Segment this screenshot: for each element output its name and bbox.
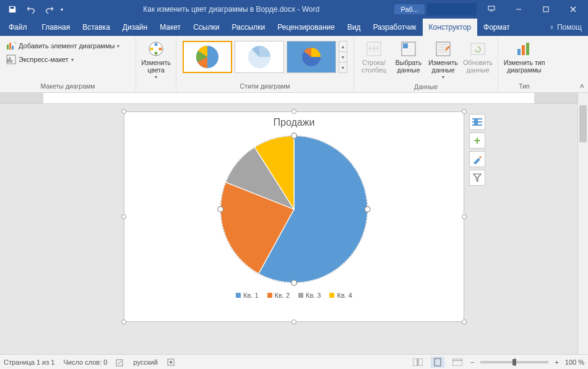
svg-rect-4 <box>9 43 11 50</box>
row-col-label: Строка/ столбец <box>361 59 386 74</box>
legend-swatch <box>236 293 241 298</box>
svg-point-14 <box>155 52 158 55</box>
svg-rect-9 <box>9 57 11 63</box>
chart-legend[interactable]: Кв. 1Кв. 2Кв. 3Кв. 4 <box>124 287 464 299</box>
select-data-button[interactable]: Выбрать данные <box>392 38 425 75</box>
document-title: Как изменить цвет диаграммы в Ворде.docx… <box>68 5 394 14</box>
ribbon-tabs: Файл Главная Вставка Дизайн Макет Ссылки… <box>0 19 588 36</box>
close-button[interactable] <box>561 2 586 17</box>
style-thumb-2[interactable] <box>235 41 284 73</box>
switch-row-column-button[interactable]: Строка/ столбец <box>358 38 390 75</box>
express-label: Экспресс-макет <box>19 56 69 63</box>
legend-item[interactable]: Кв. 3 <box>298 292 321 299</box>
tab-view[interactable]: Вид <box>341 19 367 36</box>
save-button[interactable] <box>5 2 20 17</box>
redo-button[interactable] <box>42 2 57 17</box>
account-name[interactable] <box>427 3 477 15</box>
tab-home[interactable]: Главная <box>36 19 77 36</box>
tab-references[interactable]: Ссылки <box>187 19 225 36</box>
svg-point-31 <box>218 207 223 212</box>
chart-elements-button[interactable]: + <box>469 132 485 149</box>
chart-object[interactable]: Продажи Кв. 1Кв. 2Кв. 3Кв. 4 <box>124 111 464 322</box>
legend-label: Кв. 2 <box>275 292 290 299</box>
ribbon-options-button[interactable] <box>479 2 504 17</box>
horizontal-ruler[interactable] <box>0 93 577 104</box>
tab-design[interactable]: Дизайн <box>116 19 153 36</box>
change-colors-button[interactable]: Изменить цвета ▾ <box>140 38 172 82</box>
svg-rect-5 <box>12 46 14 50</box>
style-thumb-3[interactable] <box>287 41 336 73</box>
qat-more-icon[interactable]: ▾ <box>61 7 63 12</box>
svg-rect-32 <box>472 118 482 119</box>
legend-item[interactable]: Кв. 4 <box>329 292 352 299</box>
layout-options-button[interactable] <box>469 114 485 130</box>
tab-format[interactable]: Формат <box>477 19 516 36</box>
style-thumb-1[interactable] <box>183 41 232 73</box>
chart-styles-button[interactable] <box>469 151 485 167</box>
refresh-icon <box>469 40 487 58</box>
pie-chart[interactable] <box>124 128 464 287</box>
svg-rect-41 <box>435 358 441 366</box>
select-data-label: Выбрать данные <box>396 59 422 74</box>
zoom-slider-thumb[interactable] <box>512 359 516 365</box>
group-label-type: Тип <box>502 81 547 91</box>
group-data: Строка/ столбец Выбрать данные Изменить … <box>354 36 498 92</box>
chart-type-icon <box>515 40 534 58</box>
svg-rect-21 <box>403 43 408 48</box>
legend-item[interactable]: Кв. 2 <box>267 292 290 299</box>
minimize-button[interactable] <box>506 2 531 17</box>
scrollbar-thumb[interactable] <box>579 105 587 142</box>
tab-file[interactable]: Файл <box>2 19 36 36</box>
resize-handle[interactable] <box>462 319 467 324</box>
tab-review[interactable]: Рецензирование <box>271 19 341 36</box>
group-label-data: Данные <box>358 82 494 92</box>
zoom-level[interactable]: 100 % <box>565 358 584 366</box>
tab-mailings[interactable]: Рассылки <box>225 19 271 36</box>
change-chart-type-button[interactable]: Изменить тип диаграммы <box>502 38 547 75</box>
svg-rect-35 <box>474 119 478 124</box>
legend-item[interactable]: Кв. 1 <box>236 292 258 299</box>
resize-handle[interactable] <box>462 214 467 219</box>
language-indicator[interactable]: русский <box>133 358 157 366</box>
read-mode-button[interactable] <box>411 357 425 368</box>
chevron-down-icon: ▾ <box>442 75 444 80</box>
print-layout-button[interactable] <box>431 357 444 368</box>
resize-handle[interactable] <box>292 109 296 114</box>
tab-insert[interactable]: Вставка <box>76 19 116 36</box>
chart-title[interactable]: Продажи <box>124 112 464 128</box>
chart-filters-button[interactable] <box>469 170 485 186</box>
resize-handle[interactable] <box>121 214 126 219</box>
zoom-slider[interactable] <box>480 361 548 363</box>
tab-layout[interactable]: Макет <box>153 19 187 36</box>
page-indicator[interactable]: Страница 1 из 1 <box>4 358 54 366</box>
web-layout-button[interactable] <box>451 357 464 368</box>
edit-data-button[interactable]: Изменить данные ▾ <box>427 38 459 82</box>
word-count[interactable]: Число слов: 0 <box>63 358 107 366</box>
zoom-in-button[interactable]: + <box>555 358 558 366</box>
chart-float-tools: + <box>469 114 485 186</box>
tell-me[interactable]: ♀ Помощ <box>516 19 588 36</box>
add-chart-element-button[interactable]: + Добавить элемент диаграммы ▾ <box>4 40 122 52</box>
svg-rect-24 <box>517 49 521 55</box>
quick-layout-button[interactable]: Экспресс-макет ▾ <box>4 53 76 66</box>
tab-developer[interactable]: Разработчик <box>367 19 423 36</box>
resize-handle[interactable] <box>462 109 467 114</box>
macro-icon[interactable] <box>166 358 175 367</box>
svg-point-12 <box>155 43 158 46</box>
zoom-out-button[interactable]: − <box>470 358 474 366</box>
resize-handle[interactable] <box>292 319 296 324</box>
refresh-data-label: Обновить данные <box>463 59 493 74</box>
vertical-scrollbar[interactable] <box>577 93 588 354</box>
svg-rect-40 <box>418 358 423 366</box>
undo-button[interactable] <box>24 2 38 17</box>
group-type: Изменить тип диаграммы Тип <box>498 36 550 92</box>
tab-konstructor[interactable]: Конструктор <box>423 19 477 36</box>
resize-handle[interactable] <box>121 109 126 114</box>
maximize-button[interactable] <box>534 2 558 17</box>
proofing-icon[interactable] <box>116 358 124 367</box>
collapse-ribbon-button[interactable]: ʌ <box>580 82 584 90</box>
switch-icon <box>365 40 383 58</box>
refresh-data-button[interactable]: Обновить данные <box>462 38 494 75</box>
resize-handle[interactable] <box>121 319 126 324</box>
style-gallery-more[interactable]: ▴▾▾ <box>339 41 347 73</box>
